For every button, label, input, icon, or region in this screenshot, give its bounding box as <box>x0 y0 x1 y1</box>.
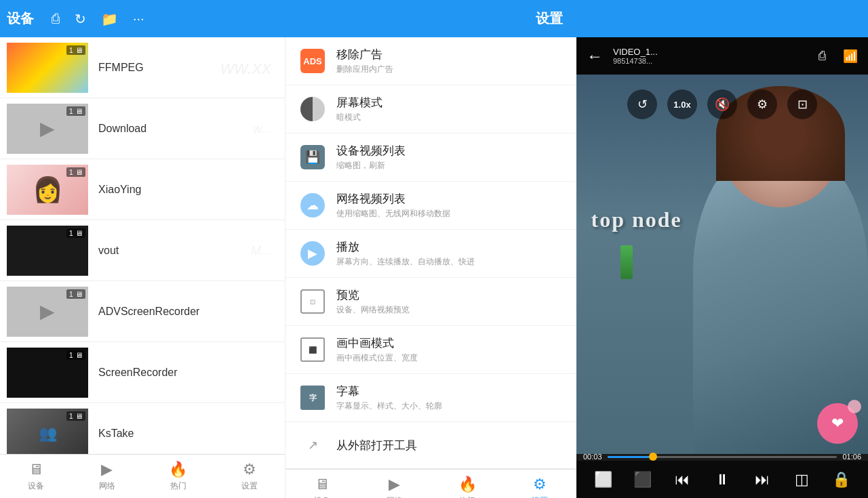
settings-external[interactable]: ↗ 从外部打开工具 <box>285 422 576 469</box>
sidebar-item-vout[interactable]: 1 🖥 vout M... <box>0 220 285 281</box>
progress-thumb[interactable] <box>649 453 657 461</box>
settings-pip[interactable]: ⬛ 画中画模式 画中画模式位置、宽度 <box>285 326 576 374</box>
nav-device[interactable]: 🖥 设备 <box>0 455 71 498</box>
replay-button[interactable]: ↺ <box>627 89 657 119</box>
skip-back-button[interactable]: ⏮ <box>669 466 696 493</box>
sidebar-item-kstake[interactable]: 👥 1 🖥 KsTake <box>0 403 285 454</box>
fullscreen-button[interactable]: ⬛ <box>629 466 656 493</box>
nav-settings[interactable]: ⚙ 设置 <box>214 455 285 498</box>
refresh-icon[interactable]: ↻ <box>71 8 90 30</box>
header-left-title: 设备 <box>7 9 34 28</box>
speed-button[interactable]: 1.0x <box>667 89 697 119</box>
settings-panel: ADS 移除广告 删除应用内广告 屏幕模式 暗模式 💾 设备视频列表 缩略图，刷… <box>285 37 576 498</box>
video-title-area: VIDEO_1... 98514738... <box>613 47 658 65</box>
nav-settings-label: 设置 <box>241 480 258 492</box>
lock-button[interactable]: 🔒 <box>828 466 855 493</box>
cast-icon[interactable]: ⎙ <box>47 8 64 29</box>
thumb-badge-vout: 1 🖥 <box>66 228 85 238</box>
settings-title-pip: 画中画模式 <box>336 335 563 351</box>
sidebar-item-advscreen[interactable]: ▶ 1 🖥 ADVScreenRecorder <box>0 281 285 342</box>
thumb-screenrecorder: 1 🖥 <box>7 348 88 398</box>
bottom-nav-right: 🖥 设备 ▶ 网络 🔥 热门 ⚙ 设置 <box>285 469 576 498</box>
sidebar-list: 1 🖥 FFMPEG ww.xx ▶ 1 🖥 Download w... 👩 1… <box>0 37 285 454</box>
settings-icon: ⚙ <box>243 461 256 478</box>
item-name-kstake: KsTake <box>98 428 134 440</box>
sidebar-item-download[interactable]: ▶ 1 🖥 Download w... <box>0 98 285 159</box>
folder-icon[interactable]: 📁 <box>97 8 122 30</box>
video-back-button[interactable]: ← <box>587 47 603 66</box>
playback-icon: ▶ <box>299 240 326 267</box>
mute-button[interactable]: 🔇 <box>707 89 737 119</box>
subtitle-icon: 字 <box>299 384 326 411</box>
nav-device-label: 设备 <box>28 480 44 492</box>
nav-settings2-label: 设置 <box>532 495 548 498</box>
nav-network2[interactable]: ▶ 网络 <box>358 470 431 498</box>
settings-title-preview: 预览 <box>336 287 563 303</box>
settings-subtitle-device: 缩略图，刷新 <box>336 160 563 171</box>
nav-device2[interactable]: 🖥 设备 <box>285 470 358 498</box>
skip-forward-button[interactable]: ⏭ <box>749 466 776 493</box>
settings-remove-ads[interactable]: ADS 移除广告 删除应用内广告 <box>285 37 576 85</box>
video-controls-overlay: ↺ 1.0x 🔇 ⚙ ⊡ <box>576 81 868 127</box>
audio-button[interactable]: ◫ <box>788 466 815 493</box>
settings-playback[interactable]: ▶ 播放 屏幕方向、连续播放、自动播放、快进 <box>285 230 576 278</box>
video-player: ← VIDEO_1... 98514738... ⎙ 📶 to <box>576 37 868 498</box>
video-bottom-controls: ⬜ ⬛ ⏮ ⏸ ⏭ ◫ 🔒 <box>576 461 868 498</box>
settings-subtitle[interactable]: 字 字幕 字幕显示、样式、大小、轮廓 <box>285 374 576 422</box>
nav-network[interactable]: ▶ 网络 <box>71 455 142 498</box>
thumb-advscreen: ▶ 1 🖥 <box>7 287 88 337</box>
settings-preview[interactable]: ⊡ 预览 设备、网络视频预览 <box>285 278 576 326</box>
settings-title-device: 设备视频列表 <box>336 143 563 159</box>
settings-title-subtitle: 字幕 <box>336 383 563 399</box>
item-name-screenrecorder: ScreenRecorder <box>98 367 178 379</box>
settings-text-play: 播放 屏幕方向、连续播放、自动播放、快进 <box>336 239 563 268</box>
preview-icon: ⊡ <box>299 288 326 315</box>
bottom-nav-left: 🖥 设备 ▶ 网络 🔥 热门 ⚙ 设置 <box>0 454 285 498</box>
thumb-xiaoying: 👩 1 🖥 <box>7 165 88 215</box>
nav-hot2[interactable]: 🔥 热门 <box>431 470 504 498</box>
item-name-ffmpeg: FFMPEG <box>98 62 144 74</box>
settings-video-button[interactable]: ⚙ <box>747 89 777 119</box>
thumb-vout: 1 🖥 <box>7 226 88 276</box>
sidebar-item-screenrecorder[interactable]: 1 🖥 ScreenRecorder <box>0 342 285 403</box>
cast-video-icon[interactable]: ⎙ <box>818 49 826 63</box>
aspect-ratio-button[interactable]: ⬜ <box>589 466 616 493</box>
sidebar-item-xiaoying[interactable]: 👩 1 🖥 XiaoYing <box>0 159 285 220</box>
sidebar-item-ffmpeg[interactable]: 1 🖥 FFMPEG ww.xx <box>0 37 285 98</box>
thumb-badge-xiaoying: 1 🖥 <box>66 167 85 177</box>
settings-title-play: 播放 <box>336 239 563 255</box>
nav-settings2[interactable]: ⚙ 设置 <box>504 470 576 498</box>
settings-network-list[interactable]: ☁ 网络视频列表 使用缩略图、无线网和移动数据 <box>285 182 576 230</box>
deco-1: ww.xx <box>220 57 271 79</box>
thumb-badge-screenrecorder: 1 🖥 <box>66 350 85 360</box>
floating-heart-left[interactable]: ❤ <box>817 403 858 444</box>
nav-hot[interactable]: 🔥 热门 <box>142 455 214 498</box>
thumb-kstake: 👥 1 🖥 <box>7 409 88 455</box>
video-progress-bar: 00:03 01:06 <box>576 453 868 461</box>
device-icon: 🖥 <box>28 461 43 478</box>
settings-title-ads: 移除广告 <box>336 47 563 62</box>
settings-device-list[interactable]: 💾 设备视频列表 缩略图，刷新 <box>285 133 576 182</box>
pip-icon: ⬛ <box>299 336 326 363</box>
device2-icon: 🖥 <box>315 476 330 493</box>
settings-screen-mode[interactable]: 屏幕模式 暗模式 <box>285 85 576 133</box>
progress-fill <box>608 456 654 458</box>
hot-icon: 🔥 <box>169 461 187 478</box>
wifi-icon: 📶 <box>843 49 858 64</box>
play-pause-button[interactable]: ⏸ <box>709 466 736 493</box>
settings-subtitle-play: 屏幕方向、连续播放、自动播放、快进 <box>336 256 563 268</box>
sidebar: 1 🖥 FFMPEG ww.xx ▶ 1 🖥 Download w... 👩 1… <box>0 37 285 498</box>
item-name-vout: vout <box>98 245 119 257</box>
video-overlay-text: top node <box>591 207 682 232</box>
settings-title-network: 网络视频列表 <box>336 191 563 207</box>
app-header: 设备 ⎙ ↻ 📁 ··· 设置 <box>0 0 868 37</box>
more-icon[interactable]: ··· <box>129 8 149 29</box>
settings-text-device: 设备视频列表 缩略图，刷新 <box>336 143 563 171</box>
settings-text-subtitle: 字幕 字幕显示、样式、大小、轮廓 <box>336 383 563 412</box>
video-title: VIDEO_1... <box>613 47 658 57</box>
screenshot-button[interactable]: ⊡ <box>787 89 817 119</box>
screen-mode-icon <box>299 96 326 123</box>
nav-hot-label: 热门 <box>170 480 186 492</box>
progress-track[interactable] <box>608 456 837 458</box>
settings-subtitle-ads: 删除应用内广告 <box>336 64 563 75</box>
